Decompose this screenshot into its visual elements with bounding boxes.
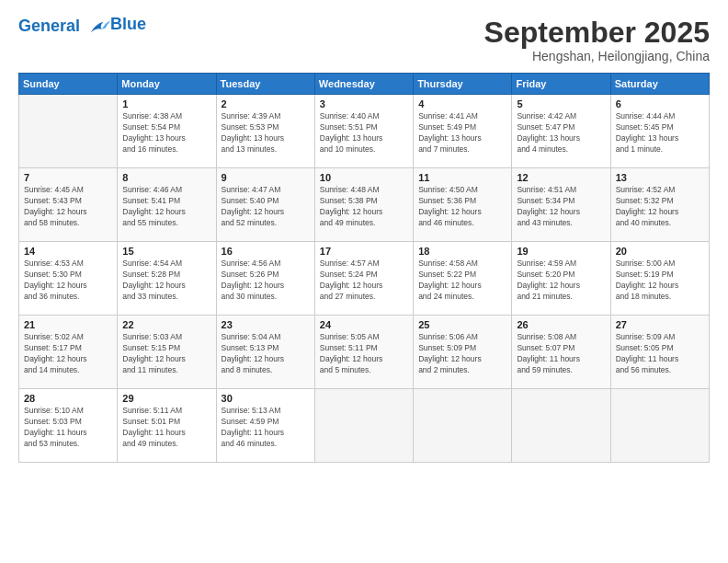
day-info: Sunrise: 4:48 AM Sunset: 5:38 PM Dayligh… (320, 185, 408, 229)
day-number: 19 (517, 246, 605, 257)
calendar-cell: 20Sunrise: 5:00 AM Sunset: 5:19 PM Dayli… (610, 242, 709, 316)
weekday-header: Wednesday (314, 74, 413, 95)
day-number: 23 (222, 319, 310, 330)
calendar-cell: 11Sunrise: 4:50 AM Sunset: 5:36 PM Dayli… (414, 168, 512, 242)
calendar-cell: 29Sunrise: 5:11 AM Sunset: 5:01 PM Dayli… (118, 389, 216, 463)
day-number: 28 (24, 393, 112, 404)
calendar-cell: 27Sunrise: 5:09 AM Sunset: 5:05 PM Dayli… (610, 316, 709, 389)
day-number: 24 (320, 319, 408, 330)
day-info: Sunrise: 4:45 AM Sunset: 5:43 PM Dayligh… (24, 185, 112, 229)
day-info: Sunrise: 4:38 AM Sunset: 5:54 PM Dayligh… (122, 111, 210, 155)
calendar-week-row: 1Sunrise: 4:38 AM Sunset: 5:54 PM Daylig… (19, 95, 710, 168)
weekday-header: Sunday (19, 74, 118, 95)
calendar-body: 1Sunrise: 4:38 AM Sunset: 5:54 PM Daylig… (19, 95, 710, 463)
logo-line1: General (18, 17, 80, 35)
calendar-cell: 16Sunrise: 4:56 AM Sunset: 5:26 PM Dayli… (216, 242, 314, 316)
day-info: Sunrise: 5:05 AM Sunset: 5:11 PM Dayligh… (320, 332, 408, 376)
weekday-header: Monday (118, 74, 216, 95)
logo: General Blue (18, 17, 146, 37)
calendar-week-row: 7Sunrise: 4:45 AM Sunset: 5:43 PM Daylig… (19, 168, 710, 242)
day-info: Sunrise: 4:50 AM Sunset: 5:36 PM Dayligh… (418, 185, 506, 229)
calendar-cell: 8Sunrise: 4:46 AM Sunset: 5:41 PM Daylig… (118, 168, 216, 242)
day-number: 22 (122, 319, 210, 330)
calendar-table: SundayMondayTuesdayWednesdayThursdayFrid… (18, 73, 710, 463)
day-info: Sunrise: 4:42 AM Sunset: 5:47 PM Dayligh… (517, 111, 605, 155)
logo-bird-icon (86, 17, 112, 37)
logo-line2: Blue (110, 16, 146, 34)
day-number: 16 (222, 246, 310, 257)
calendar-cell: 9Sunrise: 4:47 AM Sunset: 5:40 PM Daylig… (216, 168, 314, 242)
calendar-cell (19, 95, 118, 168)
calendar-cell: 25Sunrise: 5:06 AM Sunset: 5:09 PM Dayli… (414, 316, 512, 389)
day-number: 14 (24, 246, 112, 257)
day-number: 12 (517, 172, 605, 183)
day-info: Sunrise: 5:09 AM Sunset: 5:05 PM Dayligh… (616, 332, 704, 376)
day-info: Sunrise: 5:06 AM Sunset: 5:09 PM Dayligh… (418, 332, 506, 376)
day-number: 10 (320, 172, 408, 183)
calendar-cell: 4Sunrise: 4:41 AM Sunset: 5:49 PM Daylig… (414, 95, 512, 168)
calendar-cell: 14Sunrise: 4:53 AM Sunset: 5:30 PM Dayli… (19, 242, 118, 316)
calendar-cell: 1Sunrise: 4:38 AM Sunset: 5:54 PM Daylig… (118, 95, 216, 168)
calendar-cell: 18Sunrise: 4:58 AM Sunset: 5:22 PM Dayli… (414, 242, 512, 316)
day-number: 9 (222, 172, 310, 183)
day-info: Sunrise: 4:40 AM Sunset: 5:51 PM Dayligh… (320, 111, 408, 155)
weekday-header: Saturday (610, 74, 709, 95)
day-number: 30 (222, 393, 310, 404)
day-info: Sunrise: 4:54 AM Sunset: 5:28 PM Dayligh… (122, 259, 210, 303)
day-number: 4 (418, 98, 506, 109)
calendar-cell (512, 389, 610, 463)
day-number: 2 (222, 98, 310, 109)
calendar-cell (414, 389, 512, 463)
calendar-cell: 13Sunrise: 4:52 AM Sunset: 5:32 PM Dayli… (610, 168, 709, 242)
day-number: 1 (122, 98, 210, 109)
day-info: Sunrise: 4:46 AM Sunset: 5:41 PM Dayligh… (122, 185, 210, 229)
month-title: September 2025 (484, 17, 710, 49)
calendar-cell: 6Sunrise: 4:44 AM Sunset: 5:45 PM Daylig… (610, 95, 709, 168)
calendar-cell: 3Sunrise: 4:40 AM Sunset: 5:51 PM Daylig… (314, 95, 413, 168)
day-number: 25 (418, 319, 506, 330)
day-number: 20 (616, 246, 704, 257)
day-number: 7 (24, 172, 112, 183)
calendar-week-row: 28Sunrise: 5:10 AM Sunset: 5:03 PM Dayli… (19, 389, 710, 463)
calendar-cell: 26Sunrise: 5:08 AM Sunset: 5:07 PM Dayli… (512, 316, 610, 389)
day-info: Sunrise: 5:03 AM Sunset: 5:15 PM Dayligh… (122, 332, 210, 376)
day-info: Sunrise: 5:10 AM Sunset: 5:03 PM Dayligh… (24, 406, 112, 450)
calendar-cell: 15Sunrise: 4:54 AM Sunset: 5:28 PM Dayli… (118, 242, 216, 316)
day-info: Sunrise: 5:13 AM Sunset: 4:59 PM Dayligh… (222, 406, 310, 450)
day-number: 27 (616, 319, 704, 330)
calendar-header: SundayMondayTuesdayWednesdayThursdayFrid… (19, 74, 710, 95)
calendar-cell: 30Sunrise: 5:13 AM Sunset: 4:59 PM Dayli… (216, 389, 314, 463)
calendar-cell: 5Sunrise: 4:42 AM Sunset: 5:47 PM Daylig… (512, 95, 610, 168)
calendar-cell: 24Sunrise: 5:05 AM Sunset: 5:11 PM Dayli… (314, 316, 413, 389)
day-number: 8 (122, 172, 210, 183)
day-info: Sunrise: 5:00 AM Sunset: 5:19 PM Dayligh… (616, 259, 704, 303)
calendar-cell: 28Sunrise: 5:10 AM Sunset: 5:03 PM Dayli… (19, 389, 118, 463)
day-info: Sunrise: 5:08 AM Sunset: 5:07 PM Dayligh… (517, 332, 605, 376)
day-info: Sunrise: 4:47 AM Sunset: 5:40 PM Dayligh… (222, 185, 310, 229)
page-header: General Blue September 2025 Hengshan, He… (18, 17, 710, 63)
calendar-week-row: 14Sunrise: 4:53 AM Sunset: 5:30 PM Dayli… (19, 242, 710, 316)
calendar-cell: 21Sunrise: 5:02 AM Sunset: 5:17 PM Dayli… (19, 316, 118, 389)
calendar-cell: 7Sunrise: 4:45 AM Sunset: 5:43 PM Daylig… (19, 168, 118, 242)
weekday-header: Thursday (414, 74, 512, 95)
day-number: 3 (320, 98, 408, 109)
title-block: September 2025 Hengshan, Heilongjiang, C… (484, 17, 710, 63)
calendar-cell: 12Sunrise: 4:51 AM Sunset: 5:34 PM Dayli… (512, 168, 610, 242)
calendar-week-row: 21Sunrise: 5:02 AM Sunset: 5:17 PM Dayli… (19, 316, 710, 389)
weekday-header: Friday (512, 74, 610, 95)
location: Hengshan, Heilongjiang, China (484, 49, 710, 63)
calendar-cell: 22Sunrise: 5:03 AM Sunset: 5:15 PM Dayli… (118, 316, 216, 389)
day-info: Sunrise: 4:57 AM Sunset: 5:24 PM Dayligh… (320, 259, 408, 303)
day-info: Sunrise: 4:44 AM Sunset: 5:45 PM Dayligh… (616, 111, 704, 155)
day-info: Sunrise: 5:11 AM Sunset: 5:01 PM Dayligh… (122, 406, 210, 450)
calendar-cell (610, 389, 709, 463)
day-info: Sunrise: 4:58 AM Sunset: 5:22 PM Dayligh… (418, 259, 506, 303)
day-info: Sunrise: 4:53 AM Sunset: 5:30 PM Dayligh… (24, 259, 112, 303)
day-number: 18 (418, 246, 506, 257)
day-number: 17 (320, 246, 408, 257)
day-number: 6 (616, 98, 704, 109)
weekday-row: SundayMondayTuesdayWednesdayThursdayFrid… (19, 74, 710, 95)
day-number: 21 (24, 319, 112, 330)
calendar-cell: 10Sunrise: 4:48 AM Sunset: 5:38 PM Dayli… (314, 168, 413, 242)
calendar-cell: 2Sunrise: 4:39 AM Sunset: 5:53 PM Daylig… (216, 95, 314, 168)
